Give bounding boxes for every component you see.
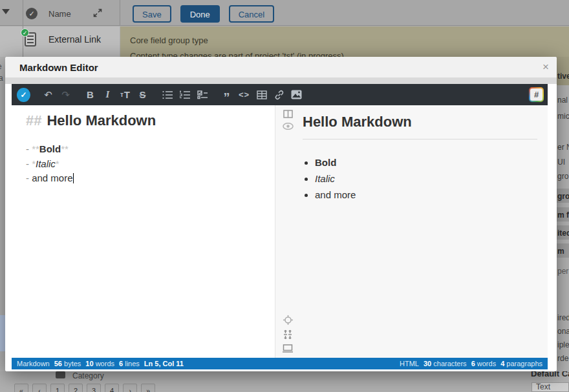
category-icon [56, 371, 65, 378]
page-prev-button[interactable]: ‹ [32, 384, 47, 392]
bold-icon[interactable]: B [81, 84, 99, 105]
background-bottom-edge: Category « ‹ 1 2 3 4 › » Default Cap Tex… [0, 371, 569, 392]
strikethrough-icon[interactable]: S [134, 84, 151, 105]
redo-icon[interactable]: ↷ [57, 84, 74, 105]
clipped-text: re [0, 62, 2, 71]
page-number-button[interactable]: 1 [50, 384, 65, 392]
source-heading-line: ##Hello Markdown [26, 111, 275, 130]
markdown-shortcut-icon[interactable]: # [529, 87, 544, 102]
clipped-text: sa [0, 74, 3, 83]
task-list-icon[interactable] [193, 84, 211, 105]
source-line: - **Bold** [26, 142, 275, 157]
success-check-icon: ✓ [21, 28, 29, 37]
preview-top-tools [278, 110, 297, 130]
page-number-button[interactable]: 4 [105, 384, 119, 392]
preview-heading: Hello Markdown [303, 110, 537, 139]
dialog-footer [5, 369, 557, 371]
undo-icon[interactable]: ↶ [39, 84, 57, 105]
background-left-edge: re sa [0, 57, 5, 371]
clipped-text: ited [557, 229, 569, 238]
bullet-list-icon[interactable] [158, 84, 176, 105]
fullscreen-preview-icon[interactable] [283, 344, 293, 353]
clipped-text: mic [557, 112, 569, 121]
clipped-text: ired [557, 313, 569, 322]
source-line: - *Italic* [26, 157, 275, 172]
clipped-text: onal [557, 327, 569, 336]
category-label[interactable]: Category [72, 371, 104, 380]
clipped-text: er N [557, 143, 569, 152]
info-line: Content type changes are part of project… [130, 51, 344, 57]
clipped-text: m [557, 247, 564, 256]
code-icon[interactable]: <> [235, 84, 253, 105]
clipped-text: UI [557, 158, 565, 167]
image-icon[interactable] [288, 84, 305, 105]
sort-caret-icon[interactable] [2, 9, 10, 14]
cursor-position: Ln 5, Col 11 [144, 360, 184, 367]
background-right-edge: tive nal mic er N UI gro grou m fi ited … [557, 57, 569, 371]
dialog-header: Markdown Editor × [5, 57, 557, 77]
sync-scroll-icon[interactable] [283, 330, 292, 339]
link-icon[interactable] [270, 84, 288, 105]
editor-toolbar: ✓ ↶ ↷ B I тT S ” <> [12, 84, 548, 105]
page-number-button[interactable]: 3 [87, 384, 101, 392]
preview-list-item: and more [315, 189, 537, 200]
ordered-list-icon[interactable] [176, 84, 193, 105]
table-icon[interactable] [253, 84, 270, 105]
markdown-source-pane[interactable]: ##Hello Markdown - **Bold** - *Italic* -… [12, 105, 275, 358]
done-button[interactable]: Done [180, 5, 220, 23]
editor-panes: ##Hello Markdown - **Bold** - *Italic* -… [12, 105, 548, 358]
preview-pane: Hello Markdown Bold Italic and more [275, 105, 548, 358]
background-header-row [0, 0, 569, 26]
default-caption-label: Default Cap [531, 371, 569, 378]
divider [120, 0, 120, 26]
page-next-button[interactable]: › [123, 384, 137, 392]
clipped-text: nal [557, 96, 568, 105]
cancel-button[interactable]: Cancel [229, 5, 274, 23]
blockquote-icon[interactable]: ” [218, 84, 235, 105]
preview-list: Bold Italic and more [303, 157, 537, 200]
markdown-stats: Markdown 56 bytes 10 words 6 lines Ln 5,… [17, 360, 184, 367]
external-link-field-label[interactable]: External Link [48, 34, 101, 45]
close-icon[interactable]: × [542, 61, 549, 74]
source-line: - and more [26, 171, 275, 186]
text-value-field[interactable]: Text [531, 382, 569, 392]
clipped-text: rde [557, 354, 568, 363]
divider [5, 77, 557, 84]
clipped-text: gro [557, 172, 568, 181]
clipped-text: per [557, 267, 568, 276]
clipped-text: tive [557, 72, 569, 81]
field-check-icon: ✓ [26, 8, 38, 19]
italic-icon[interactable]: I [99, 84, 116, 105]
text-cursor [73, 173, 74, 183]
field-info-box: Core field group type Content type chang… [120, 26, 569, 57]
form-action-bar: Save Done Cancel [133, 5, 274, 23]
heading-size-icon[interactable]: тT [116, 84, 134, 105]
preview-bottom-tools [278, 315, 297, 353]
preview-list-item: Bold [315, 157, 537, 168]
page-first-button[interactable]: « [14, 384, 28, 392]
expand-icon[interactable] [93, 8, 102, 17]
clipped-text: m fi [557, 211, 569, 220]
clipped-text: iple [557, 340, 569, 349]
pagination: « ‹ 1 2 3 4 › » [14, 384, 155, 392]
editor-container: ✓ ↶ ↷ B I тT S ” <> [12, 84, 548, 369]
dialog-title: Markdown Editor [19, 62, 98, 73]
split-view-icon[interactable] [283, 110, 293, 118]
clipped-text: grou [557, 192, 569, 201]
markdown-editor-dialog: Markdown Editor × ✓ ↶ ↷ B I тT S ” <> [5, 57, 557, 371]
editor-status-bar: Markdown 56 bytes 10 words 6 lines Ln 5,… [12, 358, 548, 369]
commit-status-icon[interactable]: ✓ [15, 84, 32, 105]
preview-list-item: Italic [315, 173, 537, 184]
page-last-button[interactable]: » [141, 384, 155, 392]
name-column-label: Name [48, 9, 71, 19]
save-button[interactable]: Save [133, 5, 171, 23]
info-line: Core field group type [130, 36, 208, 45]
html-stats: HTML 30 characters 6 words 4 paragraphs [400, 360, 542, 367]
preview-eye-icon[interactable] [283, 123, 294, 130]
page-number-button[interactable]: 2 [69, 384, 83, 392]
sync-cursor-icon[interactable] [283, 315, 293, 325]
